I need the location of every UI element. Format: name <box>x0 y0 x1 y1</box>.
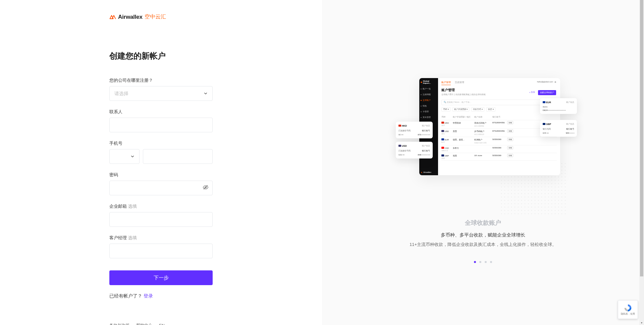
promo-line1: 多币种、多平台收款，赋能企业全球增长 <box>410 232 556 238</box>
airwallex-logo-icon <box>109 15 116 19</box>
float-card-hkd: HKD账户信息 汇款路径号码银行账号 90 •••875 • • • • • •… <box>396 122 433 138</box>
lang-link[interactable]: EN <box>159 323 165 325</box>
terms-link[interactable]: 条款与政策 <box>109 323 129 325</box>
phone-code-select[interactable] <box>109 149 140 164</box>
toggle-password-icon[interactable] <box>203 184 209 192</box>
phone-input[interactable] <box>143 149 213 164</box>
recaptcha-badge: 隐私权 - 使用 <box>618 300 638 319</box>
float-card-usd: USD账户信息 汇款路径号码银行账号 026 •••848 • • • • • … <box>396 142 433 158</box>
float-card-gbp: GBP账户信息 银行代码银行账号 608 •••900 • • • • <box>540 120 577 137</box>
carousel-dot-2[interactable] <box>479 261 481 263</box>
promo-title: 全球收款账户 <box>410 219 556 227</box>
dashboard-mock: ◆Global Import... 账户一览 交易明细 全球账户 钱包 卡管理 … <box>419 78 560 175</box>
carousel-dots <box>474 261 492 263</box>
promo-text: 全球收款账户 多币种、多平台收款，赋能企业全球增长 11+主流币种收款，降低企业… <box>410 219 556 248</box>
scroll-down-icon[interactable]: ▾ <box>639 320 644 325</box>
help-link[interactable]: 帮助中心 <box>136 323 152 325</box>
brand-logo: Airwallex 空中云汇 <box>109 13 213 20</box>
already-have-account: 已经有帐户了？ 登录 <box>109 293 213 299</box>
manager-input[interactable] <box>109 244 213 258</box>
contact-label: 联系人 <box>109 109 213 115</box>
carousel-dot-3[interactable] <box>485 261 487 263</box>
signup-panel: Airwallex 空中云汇 创建您的新帐户 您的公司在哪里注册？ 请选择 联系… <box>0 0 322 325</box>
login-link[interactable]: 登录 <box>144 293 153 299</box>
email-label: 企业邮箱选填 <box>109 203 213 209</box>
dashboard-illustration: ◆Global Import... 账户一览 交易明细 全球账户 钱包 卡管理 … <box>399 78 567 179</box>
left-footer: 条款与政策 帮助中心 EN 联系我们 400-866-3888 <box>109 323 213 325</box>
contact-input[interactable] <box>109 118 213 132</box>
promo-line2: 11+主流币种收款，降低企业收款及换汇成本，全线上化操作，轻松收全球。 <box>410 242 556 248</box>
carousel-dot-1[interactable] <box>474 261 476 263</box>
recaptcha-icon <box>624 304 632 312</box>
email-input[interactable] <box>109 212 213 227</box>
float-card-eur: EUR账户信息 IBAN DE24 • • • • • • • • • • • … <box>540 98 577 114</box>
password-input[interactable] <box>109 181 213 195</box>
vertical-scrollbar[interactable]: ▴ ▾ <box>639 0 644 325</box>
country-label: 您的公司在哪里注册？ <box>109 77 213 83</box>
promo-panel: ◆Global Import... 账户一览 交易明细 全球账户 钱包 卡管理 … <box>322 0 644 325</box>
carousel-dot-4[interactable] <box>490 261 492 263</box>
brand-name: Airwallex <box>118 14 143 20</box>
password-label: 密码 <box>109 172 213 178</box>
brand-cn: 空中云汇 <box>145 13 166 20</box>
scrollbar-thumb[interactable] <box>640 0 643 276</box>
phone-label: 手机号 <box>109 140 213 146</box>
next-button[interactable]: 下一步 <box>109 270 213 285</box>
manager-label: 客户经理选填 <box>109 235 213 241</box>
country-select[interactable]: 请选择 <box>109 86 213 101</box>
page-title: 创建您的新帐户 <box>109 51 213 61</box>
